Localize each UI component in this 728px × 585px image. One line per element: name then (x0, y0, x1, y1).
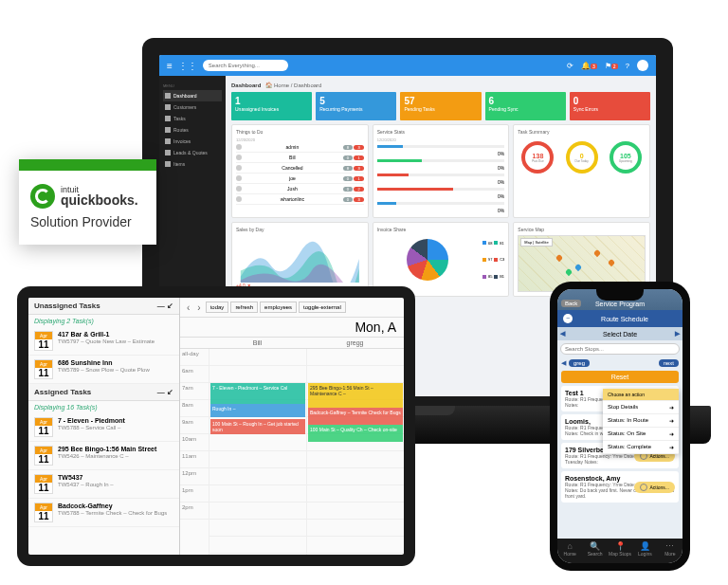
qb-subtitle: Solution Provider (30, 214, 145, 229)
menu-icon[interactable]: ≡ (167, 61, 173, 71)
sidebar-item-dashboard[interactable]: Dashboard (163, 90, 222, 101)
event[interactable]: 295 Bee Bingo-1:56 Main St – Maintenance… (308, 383, 403, 408)
pie-legend: 68 81 97 C3 85 B1 (482, 235, 504, 284)
next-date-icon[interactable]: ▶ (675, 330, 680, 338)
calendar-date: Mon, A (180, 318, 404, 337)
task-item[interactable]: Apr11686 Sunshine InnTW5789 – Snow Plow … (28, 356, 179, 384)
notif-icon[interactable]: 🔔3 (581, 62, 597, 70)
employees-button[interactable]: employees (260, 302, 297, 313)
ring-due-today[interactable]: 0Due Today (566, 141, 598, 174)
todo-row[interactable]: Bill0 1 (236, 153, 364, 163)
toggle-external-button[interactable]: toggle-external (299, 302, 346, 313)
employee-chip[interactable]: greg (569, 359, 590, 367)
mobile-nav: ⌂Home 🔍Search 📍Map Stops 👤Logins ⋯More (557, 539, 682, 563)
menu-item-inroute[interactable]: Status: In Route➜ (603, 414, 679, 428)
calendar-col-bill[interactable]: 7 - Eleven - Piedmont – Service Cal Roug… (209, 349, 306, 555)
next-chip[interactable]: next (659, 359, 679, 367)
event[interactable]: Badcock-Gaffney – Termite Check for Bugs (308, 408, 403, 425)
kpi-pending-tasks[interactable]: 57Pending Tasks (400, 92, 481, 120)
date-picker-row[interactable]: ◀ Select Date ▶ (557, 327, 682, 340)
nav-more[interactable]: ⋯More (658, 539, 682, 563)
panel-summary: Task Summary 138Past Due 0Due Today 105U… (513, 124, 650, 218)
mobile-screen: Back Service Program − Route Schedule ◀ … (557, 289, 682, 563)
todo-row[interactable]: whartonlinc0 3 (236, 194, 364, 205)
phone-frame: Back Service Program − Route Schedule ◀ … (550, 282, 690, 571)
area-chart (236, 235, 364, 283)
task-item[interactable]: Apr11417 Bar & Grill-1TW5797 – Quote New… (28, 327, 179, 356)
check-icon (165, 116, 171, 121)
calendar-screen: Unassigned Tasks— ↙ Displaying 2 Task(s)… (28, 298, 404, 555)
todo-row[interactable]: Cancelled8 3 (236, 163, 364, 174)
chip-prev-icon[interactable]: ◀ (561, 359, 566, 367)
unassigned-count: Displaying 2 Task(s) (28, 315, 179, 327)
task-item[interactable]: Apr117 - Eleven - PiedmontTW5788 – Servi… (28, 413, 179, 442)
doc-icon (165, 138, 171, 144)
back-button[interactable]: Back (561, 300, 581, 307)
event[interactable]: 100 Main St – Quality Ch – Check on-site (308, 425, 403, 442)
panel-stats: Service Stats 12/20/2020 0% 0% 0% 0% 0% (373, 124, 510, 218)
sidebar-item-customers[interactable]: Customers (163, 101, 222, 113)
panel-title: Sales by Day (236, 227, 364, 232)
menu-item-onsite[interactable]: Status: On Site➜ (603, 428, 679, 441)
nav-map[interactable]: 📍Map Stops (608, 539, 632, 563)
event[interactable]: 7 - Eleven - Piedmont – Service Cal (210, 383, 305, 404)
kpi-recurring[interactable]: 5Recurring Payments (316, 92, 396, 120)
menu-header: Choose an action (603, 389, 679, 401)
flag-icon[interactable]: ⚑2 (605, 62, 618, 70)
col-bill: Bill (209, 338, 306, 348)
event[interactable]: Rough In – (210, 404, 305, 417)
kpi-row: 1Unassigned Invoices 5Recurring Payments… (231, 92, 650, 120)
sidebar-item-tasks[interactable]: Tasks (163, 113, 222, 124)
task-item[interactable]: Apr11TW5437TW5437 – Rough In – (28, 470, 179, 499)
kpi-sync-errors[interactable]: 0Sync Errors (570, 92, 650, 120)
sync-icon[interactable]: ⟳ (567, 62, 573, 70)
reset-button[interactable]: Reset (561, 371, 679, 383)
tablet-frame: Unassigned Tasks— ↙ Displaying 2 Task(s)… (17, 286, 415, 566)
menu-item-details[interactable]: Stop Details➜ (603, 401, 679, 414)
unassigned-header[interactable]: Unassigned Tasks— ↙ (28, 298, 179, 315)
prev-date-icon[interactable]: ◀ (560, 330, 565, 338)
collapse-icon[interactable]: − (563, 314, 573, 323)
refresh-button[interactable]: refresh (230, 302, 258, 313)
avatar[interactable] (637, 60, 648, 71)
mobile-title: Service Program (595, 301, 645, 307)
grid-icon[interactable]: ⋮⋮ (178, 61, 197, 71)
map-type-tabs[interactable]: Map | Satellite (520, 238, 552, 247)
event[interactable]: 100 Main St – Rough In – Get job started… (210, 419, 305, 434)
panel-title: Things to Do (236, 129, 364, 135)
nav-home[interactable]: ⌂Home (557, 539, 582, 563)
sidebar-item-leads[interactable]: Leads & Quotes (163, 147, 222, 158)
stop-search-input[interactable] (560, 343, 680, 355)
panel-title: Task Summary (518, 129, 646, 135)
prev-icon[interactable]: ‹ (184, 302, 192, 313)
sidebar-item-items[interactable]: Items (163, 158, 222, 170)
section-bar[interactable]: − Route Schedule (557, 310, 682, 327)
next-icon[interactable]: › (194, 302, 203, 313)
ring-upcoming[interactable]: 105Upcoming (610, 141, 642, 174)
sidebar-item-invoices[interactable]: Invoices (163, 136, 222, 147)
gauge-icon (165, 93, 171, 99)
nav-logins[interactable]: 👤Logins (632, 539, 657, 563)
pie-chart (407, 239, 448, 281)
actions-button[interactable]: Actions... (634, 482, 675, 493)
todo-row[interactable]: admin8 3 (236, 142, 364, 153)
todo-row[interactable]: Josh0 2 (236, 184, 364, 194)
today-button[interactable]: today (206, 302, 229, 313)
task-item[interactable]: Apr11Badcock-GaffneyTW5788 – Termite Che… (28, 499, 179, 527)
task-item[interactable]: Apr11295 Bee Bingo-1:56 Main StreetTW542… (28, 442, 179, 470)
user-icon (165, 104, 171, 110)
stop-item[interactable]: Rosenstock, AmyRoute: R1 Frequency: Yrne… (561, 471, 679, 503)
menu-item-complete[interactable]: Status: Complete➜ (603, 441, 679, 454)
sidebar-item-routes[interactable]: Routes (163, 124, 222, 136)
calendar-col-gregg[interactable]: 295 Bee Bingo-1:56 Main St – Maintenance… (306, 349, 404, 555)
kpi-unassigned[interactable]: 1Unassigned Invoices (231, 92, 312, 120)
nav-search[interactable]: 🔍Search (582, 539, 607, 563)
help-icon[interactable]: ? (626, 62, 629, 70)
todo-row[interactable]: joe0 1 (236, 174, 364, 184)
assigned-header[interactable]: Assigned Tasks— ↙ (28, 384, 179, 401)
home-icon (165, 150, 171, 155)
global-search-input[interactable] (203, 60, 288, 71)
ring-past-due[interactable]: 138Past Due (521, 141, 554, 174)
panel-title: Invoice Share (377, 227, 505, 232)
kpi-pending-sync[interactable]: 6Pending Sync (485, 92, 566, 120)
